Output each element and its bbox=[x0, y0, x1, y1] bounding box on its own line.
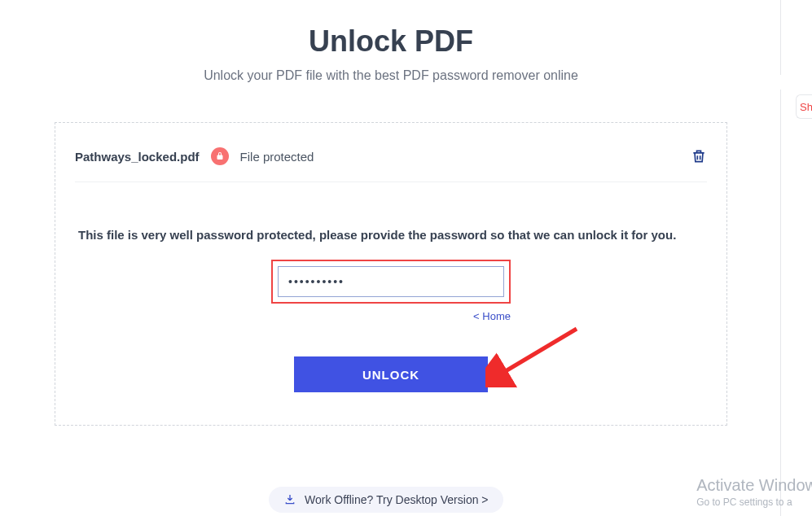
password-highlight-box bbox=[271, 260, 511, 304]
offline-pill[interactable]: Work Offline? Try Desktop Version > bbox=[269, 487, 503, 513]
divider bbox=[780, 90, 781, 516]
divider bbox=[780, 0, 781, 75]
page-title: Unlock PDF bbox=[0, 24, 782, 59]
file-row: Pathways_locked.pdf File protected bbox=[75, 147, 707, 182]
password-prompt: This file is very well password protecte… bbox=[75, 228, 707, 242]
watermark-line1: Activate Window bbox=[696, 476, 812, 495]
page-subtitle: Unlock your PDF file with the best PDF p… bbox=[0, 68, 782, 83]
delete-button[interactable] bbox=[691, 148, 707, 164]
watermark-line2: Go to PC settings to a bbox=[696, 496, 812, 508]
upload-card: Pathways_locked.pdf File protected This … bbox=[55, 122, 727, 426]
password-input[interactable] bbox=[278, 266, 504, 297]
file-name: Pathways_locked.pdf bbox=[75, 150, 200, 164]
download-icon bbox=[283, 493, 296, 506]
unlock-button[interactable]: UNLOCK bbox=[294, 356, 488, 392]
windows-watermark: Activate Window Go to PC settings to a bbox=[696, 476, 812, 508]
offline-label: Work Offline? Try Desktop Version > bbox=[305, 493, 489, 506]
home-link[interactable]: < Home bbox=[271, 310, 511, 322]
lock-icon bbox=[211, 147, 229, 165]
file-status: File protected bbox=[240, 150, 314, 164]
share-tab[interactable]: Sh bbox=[796, 94, 812, 119]
